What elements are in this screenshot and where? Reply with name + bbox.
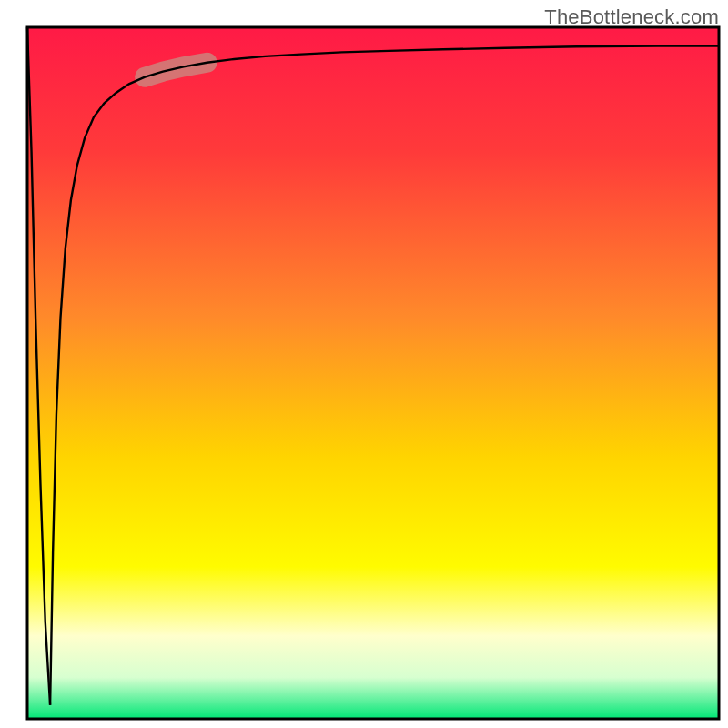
chart-container: TheBottleneck.com	[0, 0, 728, 728]
chart-svg	[0, 0, 728, 728]
plot-background	[27, 27, 719, 719]
